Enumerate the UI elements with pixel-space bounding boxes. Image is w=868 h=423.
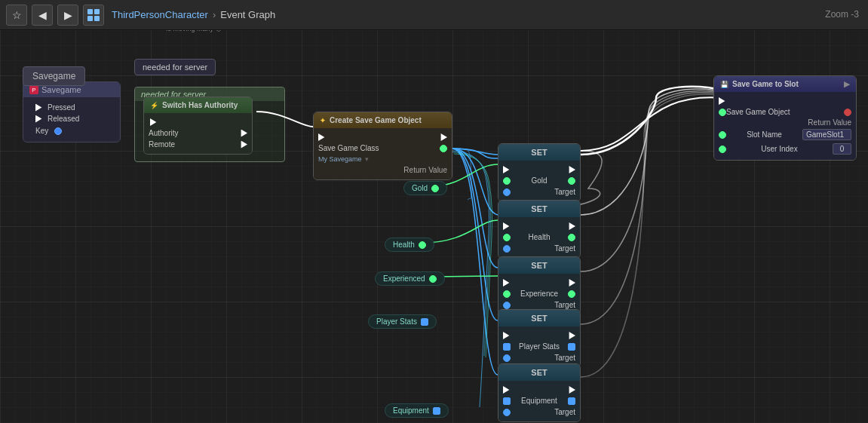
- saveslot-return-label: Return Value: [714, 118, 856, 127]
- equipment-pin[interactable]: [433, 407, 440, 415]
- pressed-pin-row: Pressed: [29, 102, 114, 113]
- experience-pill[interactable]: Experienced: [375, 271, 445, 286]
- set4-ps-row: Player Stats: [498, 341, 580, 352]
- player-stats-pill[interactable]: Player Stats: [368, 314, 437, 329]
- saveslot-obj-pin[interactable]: [719, 109, 726, 116]
- switch-exec-in-row: [144, 117, 252, 127]
- bookmark-button[interactable]: ☆: [6, 5, 27, 26]
- remote-exec-out[interactable]: [238, 141, 247, 149]
- switch-has-authority-title: Switch Has Authority: [162, 101, 238, 109]
- set-node-5: SET Equipment Target: [498, 363, 581, 422]
- set5-exec-out[interactable]: [566, 386, 575, 394]
- saveslot-slotname-label: Slot Name: [747, 130, 782, 139]
- set5-target-row: Target: [498, 406, 580, 418]
- breadcrumb-graph: Event Graph: [220, 9, 275, 20]
- pressed-label: Pressed: [48, 103, 75, 112]
- remote-label: Remote: [149, 140, 175, 149]
- save-game-class-row: Save Game Class: [314, 143, 452, 154]
- tooltip-box: needed for server: [134, 59, 216, 75]
- gold-pin[interactable]: [431, 185, 439, 192]
- zoom-indicator: Zoom -3: [825, 9, 859, 20]
- set5-exec-in[interactable]: [503, 386, 512, 394]
- set5-eq-out[interactable]: [568, 397, 575, 405]
- save-game-to-slot-node: 💾 Save Game to Slot ▶ Save Game Object R…: [713, 75, 857, 161]
- set3-target-in[interactable]: [503, 302, 511, 309]
- set4-exec-row: [498, 330, 580, 341]
- return-value-pin[interactable]: [440, 145, 447, 152]
- saveslot-obj-row: Save Game Object: [714, 106, 856, 118]
- create-save-game-body: Save Game Class My Savegame ▾ Return Val…: [314, 128, 452, 179]
- set4-target-row: Target: [498, 352, 580, 363]
- saveslot-slotname-input[interactable]: [802, 129, 851, 140]
- key-dot[interactable]: [54, 127, 62, 135]
- set1-gold-out[interactable]: [568, 177, 575, 185]
- set2-health-row: Health: [498, 231, 580, 243]
- set3-exec-in[interactable]: [503, 279, 512, 287]
- set2-health-in[interactable]: [503, 234, 511, 241]
- set-node-3-header: SET: [498, 257, 580, 274]
- create-exec-out[interactable]: [438, 133, 447, 141]
- released-exec-pin[interactable]: [35, 115, 44, 123]
- set3-exp-in[interactable]: [503, 290, 511, 298]
- equipment-pill[interactable]: Equipment: [385, 403, 449, 418]
- set2-exec-in[interactable]: [503, 222, 512, 230]
- authority-exec-out[interactable]: [238, 130, 247, 137]
- savegame-panel-icon: P: [29, 85, 38, 94]
- pressed-exec-pin[interactable]: [35, 104, 44, 112]
- saveslot-return-pin[interactable]: [844, 109, 851, 116]
- return-value-label: Return Value: [403, 166, 447, 174]
- health-pin[interactable]: [419, 241, 426, 249]
- set1-exec-out[interactable]: [566, 166, 575, 173]
- saveslot-exec-row: [714, 96, 856, 106]
- set1-target-in[interactable]: [503, 189, 511, 196]
- saveslot-exec-in[interactable]: [719, 97, 728, 105]
- health-pill[interactable]: Health: [385, 238, 434, 252]
- set3-exec-out[interactable]: [566, 279, 575, 287]
- savegame-tab[interactable]: Savegame: [23, 66, 85, 86]
- gold-pill[interactable]: Gold: [403, 181, 447, 195]
- set4-exec-in[interactable]: [503, 332, 512, 339]
- breadcrumb-blueprint[interactable]: ThirdPersonCharacter: [112, 9, 208, 20]
- gold-label: Gold: [412, 184, 428, 192]
- set2-health-out[interactable]: [568, 234, 575, 241]
- tooltip-text: needed for server: [143, 63, 207, 72]
- released-pin-row: Released: [29, 113, 114, 124]
- saveslot-slotname-row: Slot Name: [714, 127, 856, 142]
- set2-target-in[interactable]: [503, 245, 511, 253]
- set4-exec-out[interactable]: [566, 332, 575, 339]
- back-button[interactable]: ◀: [32, 5, 53, 26]
- saveslot-userindex-pin[interactable]: [719, 146, 726, 153]
- set4-ps-out[interactable]: [568, 343, 575, 351]
- create-exec-in[interactable]: [318, 133, 327, 141]
- set-node-4: SET Player Stats Target: [498, 309, 581, 368]
- set2-exec-out[interactable]: [566, 222, 575, 230]
- remote-row: Remote: [144, 139, 252, 150]
- forward-button[interactable]: ▶: [57, 5, 78, 26]
- set3-exec-row: [498, 277, 580, 288]
- set4-target-in[interactable]: [503, 354, 511, 362]
- saveslot-slotname-pin[interactable]: [719, 131, 726, 139]
- set1-exec-in[interactable]: [503, 166, 512, 173]
- create-exec-row: [314, 132, 452, 143]
- set5-target-in[interactable]: [503, 409, 511, 416]
- set-node-3: SET Experience Target: [498, 256, 581, 315]
- saveslot-userindex-input[interactable]: [833, 143, 851, 155]
- set4-ps-in[interactable]: [503, 343, 511, 351]
- set-node-4-header: SET: [498, 310, 580, 326]
- set5-exec-row: [498, 385, 580, 395]
- experience-pin[interactable]: [429, 275, 437, 283]
- graph-canvas[interactable]: [0, 0, 868, 423]
- set2-exec-row: [498, 221, 580, 231]
- blueprint-icon: [83, 5, 104, 26]
- set-node-2: SET Health Target: [498, 200, 581, 259]
- player-stats-pin[interactable]: [421, 318, 428, 326]
- set5-eq-in[interactable]: [503, 397, 511, 405]
- switch-exec-in[interactable]: [150, 118, 159, 126]
- equipment-label: Equipment: [393, 406, 429, 415]
- set3-exp-out[interactable]: [568, 290, 575, 298]
- experienced-label: Experienced: [383, 274, 425, 283]
- save-game-to-slot-body: Save Game Object Return Value Slot Name …: [714, 92, 856, 160]
- set1-gold-in[interactable]: [503, 177, 511, 185]
- breadcrumb: ThirdPersonCharacter › Event Graph: [112, 9, 275, 20]
- authority-row: Authority: [144, 127, 252, 139]
